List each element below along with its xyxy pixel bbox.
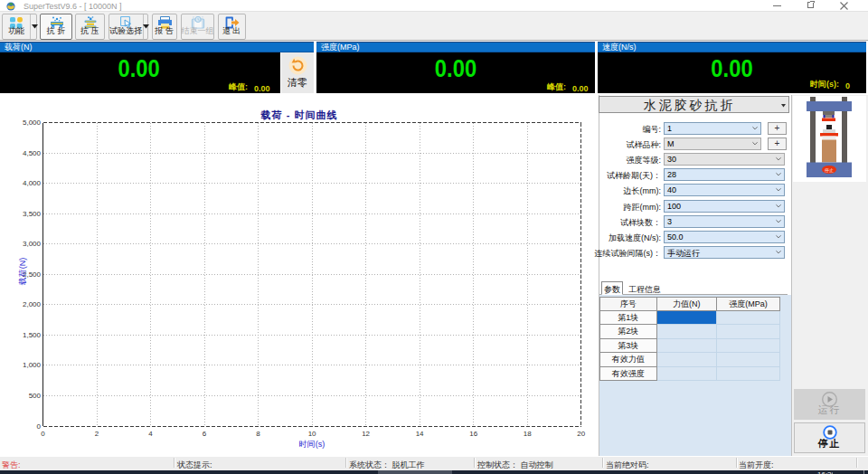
svg-text:4,500: 4,500 [23,149,42,157]
svg-text:停止: 停止 [824,167,834,174]
svg-text:4,000: 4,000 [23,179,42,187]
svg-text:1,000: 1,000 [23,361,42,369]
svg-text:0: 0 [41,430,45,438]
svg-text:1,500: 1,500 [23,331,42,339]
svg-text:2: 2 [95,430,99,438]
svg-text:10: 10 [308,430,316,438]
svg-text:500: 500 [29,392,42,400]
svg-text:8: 8 [256,430,260,438]
svg-text:时间(s): 时间(s) [299,440,326,449]
svg-text:载荷(N): 载荷(N) [18,258,27,286]
svg-text:16: 16 [469,430,477,438]
svg-text:2,000: 2,000 [23,300,42,308]
svg-text:3,000: 3,000 [23,240,42,248]
svg-text:4: 4 [148,430,153,438]
svg-text:18: 18 [524,430,532,438]
svg-text:5,000: 5,000 [23,118,42,127]
svg-text:12: 12 [362,430,370,438]
svg-text:3,500: 3,500 [23,210,42,218]
svg-text:20: 20 [577,430,585,438]
svg-text:14: 14 [416,430,424,438]
svg-text:载荷 - 时间曲线: 载荷 - 时间曲线 [260,109,338,120]
svg-text:6: 6 [203,430,207,438]
